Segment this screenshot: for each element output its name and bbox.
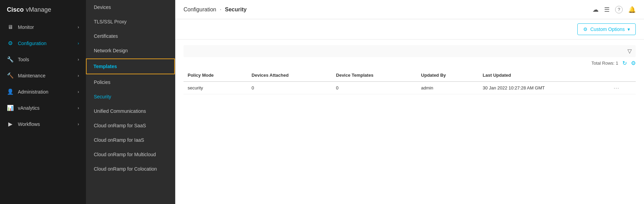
submenu-item-unified-communications[interactable]: Unified Communications [86, 104, 175, 118]
security-table: Policy ModeDevices AttachedDevice Templa… [184, 69, 636, 94]
chevron-down-icon: ▾ [628, 26, 630, 32]
table-body: security00admin30 Jan 2022 10:27:28 AM G… [184, 82, 636, 94]
content-area: ▽ Total Rows: 1 ↻ ⚙ Policy ModeDevices A… [175, 40, 644, 204]
submenu-item-cloud-onramp-saas[interactable]: Cloud onRamp for SaaS [86, 118, 175, 133]
col-header-policy-mode: Policy Mode [184, 69, 247, 82]
nav-item-left: 📊 vAnalytics [7, 105, 40, 111]
submenu-item-network-design[interactable]: Network Design [86, 43, 175, 58]
sidebar: Cisco vManage 🖥 Monitor › ⚙ Configuratio… [0, 0, 86, 204]
topbar-icons: ☁ ☰ ? 🔔 [592, 6, 636, 13]
monitor-icon: 🖥 [7, 24, 14, 30]
cell-devices-attached: 0 [247, 82, 332, 94]
tools-icon: 🔧 [7, 56, 14, 63]
toolbar: ⚙ Custom Options ▾ [175, 19, 644, 40]
cell-device-templates: 0 [332, 82, 417, 94]
submenu-item-cloud-onramp-multicloud[interactable]: Cloud onRamp for Multicloud [86, 147, 175, 162]
logo-vmanage: vManage [26, 6, 51, 13]
configuration-icon: ⚙ [7, 40, 14, 46]
bell-icon[interactable]: 🔔 [628, 6, 636, 13]
logo-cisco: Cisco [7, 6, 24, 13]
nav-chevron-icon: › [78, 41, 79, 46]
cell-policy-mode: security [184, 82, 247, 94]
administration-icon: 👤 [7, 88, 14, 95]
sidebar-item-maintenance[interactable]: 🔨 Maintenance › [0, 67, 86, 84]
app-logo: Cisco vManage [0, 0, 86, 19]
refresh-icon[interactable]: ↻ [622, 60, 627, 66]
table-row: security00admin30 Jan 2022 10:27:28 AM G… [184, 82, 636, 94]
nav-item-label: Workflows [18, 121, 40, 127]
nav-chevron-icon: › [78, 25, 79, 30]
submenu-item-tls-ssl-proxy[interactable]: TLS/SSL Proxy [86, 14, 175, 29]
filter-icon[interactable]: ▽ [628, 48, 632, 54]
nav-item-left: 👤 Administration [7, 88, 48, 95]
nav-chevron-icon: › [78, 89, 79, 94]
col-header-last-updated: Last Updated [479, 69, 610, 82]
breadcrumb-dot: · [220, 7, 223, 12]
vanalytics-icon: 📊 [7, 105, 14, 111]
topbar: Configuration · Security ☁ ☰ ? 🔔 [175, 0, 644, 19]
col-header-device-templates: Device Templates [332, 69, 417, 82]
nav-chevron-icon: › [78, 73, 79, 78]
breadcrumb-section: Configuration [184, 7, 216, 12]
nav-item-label: Tools [18, 57, 29, 62]
nav-item-left: 🖥 Monitor [7, 24, 34, 30]
submenu-item-cloud-onramp-iaas[interactable]: Cloud onRamp for IaaS [86, 133, 175, 147]
nav-item-label: Administration [18, 89, 48, 95]
maintenance-icon: 🔨 [7, 72, 14, 79]
sidebar-item-workflows[interactable]: ▶ Workflows › [0, 116, 86, 132]
submenu: DevicesTLS/SSL ProxyCertificatesNetwork … [86, 0, 175, 204]
total-rows-label: Total Rows: 1 [591, 61, 618, 66]
help-icon[interactable]: ? [615, 6, 623, 13]
custom-options-button[interactable]: ⚙ Custom Options ▾ [577, 23, 636, 35]
nav-chevron-icon: › [78, 122, 79, 127]
table-settings-icon[interactable]: ⚙ [631, 60, 636, 66]
submenu-item-policies[interactable]: Policies [86, 75, 175, 89]
col-header-updated-by: Updated By [417, 69, 478, 82]
nav-item-label: Configuration [18, 41, 46, 46]
submenu-item-certificates[interactable]: Certificates [86, 29, 175, 43]
table-header-row: Policy ModeDevices AttachedDevice Templa… [184, 69, 636, 82]
submenu-item-devices[interactable]: Devices [86, 0, 175, 14]
sidebar-item-administration[interactable]: 👤 Administration › [0, 84, 86, 100]
cloud-icon[interactable]: ☁ [592, 6, 599, 13]
cell-more-actions[interactable]: ··· [610, 82, 636, 94]
sidebar-item-configuration[interactable]: ⚙ Configuration › [0, 35, 86, 51]
cell-updated-by: admin [417, 82, 478, 94]
submenu-item-templates[interactable]: Templates [86, 58, 175, 74]
col-header-actions [610, 69, 636, 82]
sidebar-item-monitor[interactable]: 🖥 Monitor › [0, 19, 86, 35]
nav-chevron-icon: › [78, 57, 79, 62]
nav-chevron-icon: › [78, 106, 79, 110]
nav-item-left: ⚙ Configuration [7, 40, 46, 46]
custom-options-icon: ⚙ [583, 26, 588, 32]
main-content: Configuration · Security ☁ ☰ ? 🔔 ⚙ Custo… [175, 0, 644, 204]
nav-item-left: 🔧 Tools [7, 56, 29, 63]
nav-item-left: 🔨 Maintenance [7, 72, 45, 79]
nav-item-label: Monitor [18, 24, 34, 30]
nav-item-label: Maintenance [18, 73, 45, 78]
submenu-item-cloud-onramp-colocation[interactable]: Cloud onRamp for Colocation [86, 162, 175, 176]
filter-bar: ▽ [184, 45, 636, 57]
table-meta: Total Rows: 1 ↻ ⚙ [184, 60, 636, 66]
submenu-item-security[interactable]: Security [86, 89, 175, 104]
table-header: Policy ModeDevices AttachedDevice Templa… [184, 69, 636, 82]
breadcrumb-page: Security [225, 7, 247, 12]
cell-last-updated: 30 Jan 2022 10:27:28 AM GMT [479, 82, 610, 94]
menu-icon[interactable]: ☰ [604, 6, 610, 13]
page-title: Configuration · Security [184, 7, 247, 13]
col-header-devices-attached: Devices Attached [247, 69, 332, 82]
nav-item-label: vAnalytics [18, 105, 40, 111]
custom-options-label: Custom Options [590, 26, 625, 32]
nav-item-left: ▶ Workflows [7, 121, 40, 127]
sidebar-nav: 🖥 Monitor › ⚙ Configuration › 🔧 Tools › … [0, 19, 86, 204]
sidebar-item-tools[interactable]: 🔧 Tools › [0, 51, 86, 67]
workflows-icon: ▶ [7, 121, 14, 127]
sidebar-item-vanalytics[interactable]: 📊 vAnalytics › [0, 100, 86, 116]
